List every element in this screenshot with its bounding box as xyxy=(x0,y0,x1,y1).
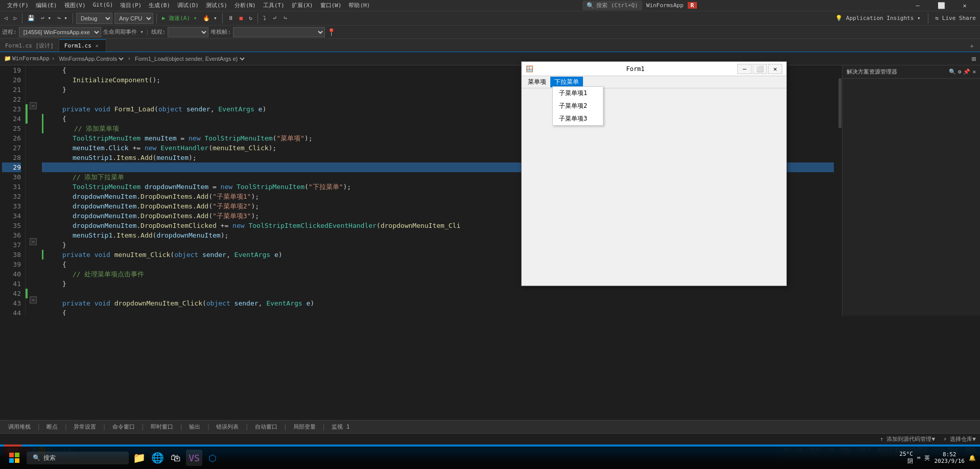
bottom-tab-autos[interactable]: 自动窗口 xyxy=(251,422,282,432)
sep6 xyxy=(928,13,928,24)
weather-temp: 25°C xyxy=(899,451,913,457)
close-button[interactable]: ✕ xyxy=(953,0,976,11)
live-share-btn[interactable]: ⇆ Live Share xyxy=(934,14,978,22)
menu-git[interactable]: Git(G) xyxy=(90,1,116,10)
scroll-thumb[interactable] xyxy=(838,78,842,128)
sep2 xyxy=(73,13,73,24)
taskbar-clock[interactable]: 8:52 2023/9/16 xyxy=(934,451,965,464)
toolbar-btn-stop[interactable]: ■ xyxy=(238,14,245,22)
bottom-tab-errors[interactable]: 错误列表 xyxy=(212,422,243,432)
bottom-tab-command[interactable]: 命令窗口 xyxy=(108,422,139,432)
toolbar-stepover[interactable]: ⤵ xyxy=(261,14,268,22)
thread-dropdown[interactable] xyxy=(168,27,208,37)
bottom-tab-exceptions[interactable]: 异常设置 xyxy=(69,422,100,432)
form1-minimize[interactable]: — xyxy=(737,64,752,74)
weather-widget[interactable]: 25°C 阴 xyxy=(899,451,913,465)
window-controls: — ⬜ ✕ xyxy=(906,0,976,11)
sep3 xyxy=(156,13,157,24)
toolbar-btn-restart[interactable]: ↻ xyxy=(247,14,254,22)
menu-analyze[interactable]: 分析(N) xyxy=(231,1,259,10)
minimize-button[interactable]: — xyxy=(906,0,929,11)
location-btn[interactable]: 📍 xyxy=(327,28,336,36)
bottom-tab-breakpoints[interactable]: 断点 xyxy=(42,422,62,432)
cpu-dropdown[interactable]: Any CPU xyxy=(114,13,153,24)
dropdown-item-3[interactable]: 子菜单项3 xyxy=(553,112,603,125)
solution-panel-close[interactable]: ✕ xyxy=(972,68,976,75)
app-title: WinFormsApp xyxy=(646,2,684,9)
dropdown-item-2[interactable]: 子菜单项2 xyxy=(553,100,603,112)
method-dropdown[interactable]: Form1_Load(object sender, EventArgs e) xyxy=(133,55,246,62)
keyboard-icon[interactable]: ⌨ xyxy=(917,455,921,461)
tab-form1-cs[interactable]: Form1.cs ✕ xyxy=(59,39,106,52)
taskbar-search[interactable]: 🔍 搜索 xyxy=(27,452,129,464)
ln-44: 44 xyxy=(2,308,21,316)
toolbar-redo[interactable]: ↪ ▾ xyxy=(55,14,69,22)
add-to-source-control[interactable]: ↑ 添加到源代码管理▼ xyxy=(880,435,935,443)
bottom-tab-locals[interactable]: 局部变量 xyxy=(289,422,320,432)
new-editor-btn[interactable]: ＋ xyxy=(966,41,978,52)
language-indicator[interactable]: 英 xyxy=(924,454,930,462)
menu-window[interactable]: 窗口(W) xyxy=(317,1,345,10)
taskbar-file-explorer[interactable]: 📁 xyxy=(131,450,147,466)
menu-project[interactable]: 项目(P) xyxy=(117,1,145,10)
editor-breadcrumb-bar: 📁 WinFormsApp › WinFormsApp.Controls › F… xyxy=(0,52,980,65)
form1-preview-window[interactable]: 🪟 Form1 — ⬜ ✕ 菜单项 下拉菜单 子菜单项1 子菜单项2 子菜单项3 xyxy=(521,61,787,286)
solution-explorer-title: 解决方案资源管理器 xyxy=(847,68,897,76)
form1-maximize[interactable]: ⬜ xyxy=(753,64,767,74)
hot-reload-button[interactable]: 🔥 ▾ xyxy=(201,14,219,22)
menu-tools[interactable]: 工具(T) xyxy=(260,1,288,10)
solution-panel-pin[interactable]: 📌 xyxy=(963,68,970,75)
vertical-scrollbar[interactable] xyxy=(838,65,842,316)
collapse-43[interactable]: − xyxy=(30,296,37,303)
form1-menu-dropdown[interactable]: 下拉菜单 xyxy=(550,77,583,87)
ln-42: 42 xyxy=(2,289,21,298)
tab-form1-design[interactable]: Form1.cs [设计] xyxy=(0,39,59,52)
bottom-tab-output[interactable]: 输出 xyxy=(185,422,204,432)
solution-settings-icon[interactable]: ⚙ xyxy=(958,68,962,75)
toolbar-btn-pause[interactable]: ⏸ xyxy=(226,14,236,22)
run-button[interactable]: ▶ 迦速(A) ▾ xyxy=(160,13,199,23)
collapse-gutter: − − − xyxy=(29,65,38,316)
form1-close[interactable]: ✕ xyxy=(768,64,782,74)
collapse-38[interactable]: − xyxy=(30,238,37,245)
solution-search-icon[interactable]: 🔍 xyxy=(949,68,956,75)
bottom-tab-callstack[interactable]: 调用堆栈 xyxy=(4,422,35,432)
menu-help[interactable]: 帮助(H) xyxy=(345,1,373,10)
stackframe-dropdown[interactable] xyxy=(233,27,325,37)
search-bar[interactable]: 🔍 搜索 (Ctrl+Q) xyxy=(582,1,642,10)
ln-24: 24 xyxy=(2,114,21,124)
breadcrumb-winformsapp[interactable]: 📁 WinFormsApp xyxy=(4,55,50,62)
dropdown-item-1[interactable]: 子菜单项1 xyxy=(553,87,603,100)
bottom-tab-watch1[interactable]: 监视 1 xyxy=(328,422,354,432)
menu-extensions[interactable]: 扩展(X) xyxy=(289,1,316,10)
namespace-dropdown[interactable]: WinFormsApp.Controls xyxy=(57,55,125,62)
start-button[interactable] xyxy=(4,450,25,466)
debug-config-dropdown[interactable]: Debug Release xyxy=(76,13,112,24)
form1-menu-item-1[interactable]: 菜单项 xyxy=(524,77,550,87)
maximize-button[interactable]: ⬜ xyxy=(930,0,952,11)
taskbar-store[interactable]: 🛍 xyxy=(168,450,184,466)
process-dropdown[interactable]: [14556] WinFormsApp.exe xyxy=(19,27,101,37)
menu-build[interactable]: 生成(B) xyxy=(146,1,173,10)
collapse-23[interactable]: − xyxy=(30,102,37,109)
select-repo[interactable]: ⚡ 选择仓库▼ xyxy=(943,435,976,443)
taskbar-vs[interactable]: VS xyxy=(186,450,202,466)
taskbar-edge[interactable]: 🌐 xyxy=(149,450,166,466)
menu-view[interactable]: 视图(V) xyxy=(61,1,89,10)
bottom-tab-immediate[interactable]: 即时窗口 xyxy=(147,422,177,432)
toolbar-save[interactable]: 💾 xyxy=(26,14,37,22)
tab-form1-cs-close[interactable]: ✕ xyxy=(94,43,101,49)
app-insights-btn[interactable]: 💡 Application Insights ▾ xyxy=(833,14,922,22)
toolbar-back[interactable]: ◁ xyxy=(2,14,10,22)
split-editor-btn[interactable]: ⊞ xyxy=(972,55,976,63)
taskbar-vscode[interactable]: ⬡ xyxy=(204,450,221,466)
notification-icon[interactable]: 🔔 xyxy=(969,455,976,461)
toolbar-undo[interactable]: ↩ ▾ xyxy=(39,14,53,22)
menu-file[interactable]: 文件(F) xyxy=(4,1,32,10)
menu-test[interactable]: 测试(S) xyxy=(203,1,230,10)
toolbar-stepout[interactable]: ⤷ xyxy=(281,14,290,22)
menu-debug[interactable]: 调试(D) xyxy=(174,1,202,10)
menu-edit[interactable]: 编辑(E) xyxy=(33,1,60,10)
toolbar-forward[interactable]: ▷ xyxy=(12,14,19,22)
toolbar-stepinto[interactable]: ⤶ xyxy=(270,14,279,22)
